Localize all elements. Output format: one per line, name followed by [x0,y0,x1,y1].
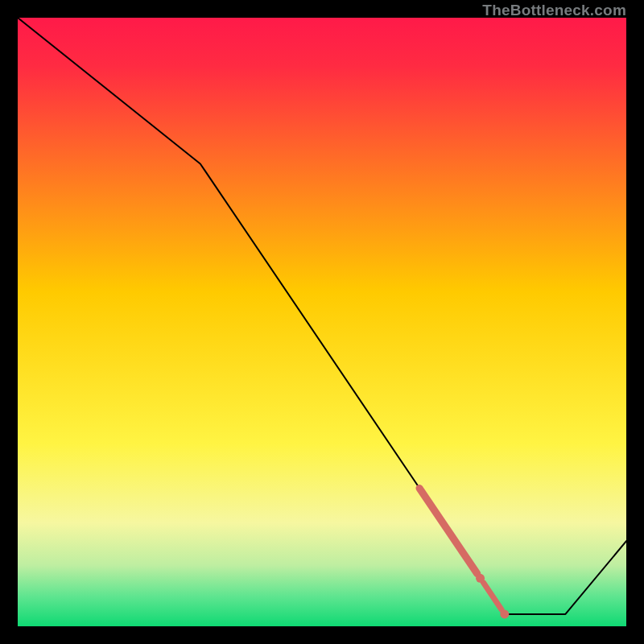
plot-area [16,16,628,628]
series-highlight-segment-thick [419,488,477,573]
data-point [476,574,485,583]
series-bottleneck-curve [18,18,626,614]
series-highlight-segment-mid [483,583,502,610]
chart-svg [18,18,626,626]
data-point [500,609,509,618]
chart-frame: TheBottleneck.com [0,0,644,644]
